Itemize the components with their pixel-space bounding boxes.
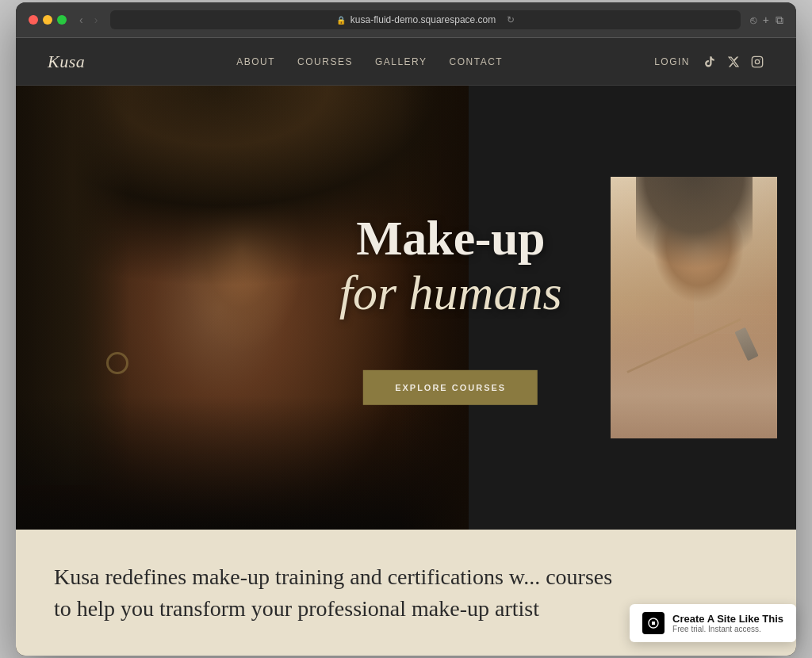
forward-button[interactable]: › xyxy=(91,12,102,28)
nav-links: ABOUT COURSES GALLERY CONTACT xyxy=(236,56,503,67)
below-fold-text: Kusa redefines make-up training and cert… xyxy=(54,561,617,623)
site-logo[interactable]: Kusa xyxy=(48,52,85,72)
social-links xyxy=(703,55,764,69)
minimize-button[interactable] xyxy=(43,15,52,25)
badge-title: Create A Site Like This xyxy=(672,613,783,625)
squarespace-badge-text: Create A Site Like This Free trial. Inst… xyxy=(672,613,783,633)
nav-gallery[interactable]: GALLERY xyxy=(375,56,427,67)
lock-icon: 🔒 xyxy=(336,16,346,25)
browser-controls: ‹ › xyxy=(76,12,101,28)
twitter-icon[interactable] xyxy=(726,55,741,69)
svg-point-2 xyxy=(760,58,760,59)
squarespace-badge[interactable]: Create A Site Like This Free trial. Inst… xyxy=(630,604,796,642)
hero-section: Make-up for humans EXPLORE COURSES xyxy=(16,86,796,530)
nav-right: LOGIN xyxy=(654,55,764,69)
hero-content: Make-up for humans EXPLORE COURSES xyxy=(339,211,562,404)
badge-subtitle: Free trial. Instant access. xyxy=(672,625,783,633)
hero-title-line1: Make-up xyxy=(339,211,562,265)
secondary-img-overlay xyxy=(611,177,777,438)
tabs-icon[interactable]: ⧉ xyxy=(776,13,783,27)
browser-chrome: ‹ › 🔒 kusa-fluid-demo.squarespace.com ↻ … xyxy=(16,2,796,38)
browser-window: ‹ › 🔒 kusa-fluid-demo.squarespace.com ↻ … xyxy=(16,2,796,655)
tiktok-icon[interactable] xyxy=(703,55,717,69)
reload-icon[interactable]: ↻ xyxy=(507,14,515,25)
login-link[interactable]: LOGIN xyxy=(654,56,690,67)
url-text: kusa-fluid-demo.squarespace.com xyxy=(350,14,496,25)
share-icon[interactable]: ⎋ xyxy=(750,13,756,27)
address-bar[interactable]: 🔒 kusa-fluid-demo.squarespace.com ↻ xyxy=(110,10,740,29)
instagram-icon[interactable] xyxy=(750,55,764,69)
svg-point-1 xyxy=(755,59,759,63)
nav-contact[interactable]: CONTACT xyxy=(450,56,504,67)
hero-secondary-image xyxy=(611,177,777,438)
close-button[interactable] xyxy=(29,15,38,25)
svg-rect-0 xyxy=(752,56,762,67)
hero-title-line2: for humans xyxy=(339,265,562,319)
back-button[interactable]: ‹ xyxy=(76,12,86,28)
squarespace-logo xyxy=(642,612,665,634)
new-tab-icon[interactable]: + xyxy=(763,13,769,27)
explore-courses-button[interactable]: EXPLORE COURSES xyxy=(363,370,538,405)
nav-about[interactable]: ABOUT xyxy=(236,56,275,67)
website-content: Kusa ABOUT COURSES GALLERY CONTACT LOGIN xyxy=(16,38,796,655)
traffic-lights xyxy=(29,15,67,25)
navigation: Kusa ABOUT COURSES GALLERY CONTACT LOGIN xyxy=(16,38,796,86)
maximize-button[interactable] xyxy=(57,15,67,25)
browser-actions: ⎋ + ⧉ xyxy=(750,13,783,27)
nav-courses[interactable]: COURSES xyxy=(297,56,353,67)
